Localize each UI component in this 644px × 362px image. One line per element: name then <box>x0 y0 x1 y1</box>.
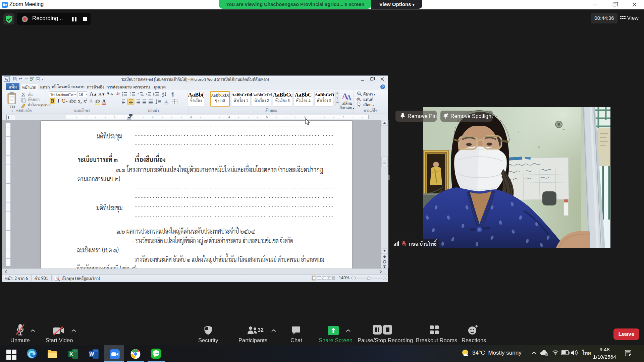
svg-text:3: 3 <box>190 115 192 119</box>
svg-text:1: 1 <box>130 92 131 94</box>
svg-text:ab: ab <box>357 97 360 101</box>
svg-text:?: ? <box>382 85 384 89</box>
svg-text:A: A <box>346 94 352 101</box>
svg-text:W: W <box>5 77 9 81</box>
svg-text:2: 2 <box>152 115 153 119</box>
svg-text:W: W <box>90 351 94 357</box>
svg-text:2: 2 <box>130 95 131 97</box>
svg-text:7: 7 <box>342 115 344 119</box>
svg-text:ABC: ABC <box>30 77 35 79</box>
svg-text:A: A <box>358 93 360 95</box>
svg-text:4: 4 <box>228 115 230 119</box>
svg-text:Z: Z <box>162 94 164 97</box>
svg-text:5: 5 <box>266 115 268 119</box>
svg-text:X: X <box>70 351 73 357</box>
svg-text:1: 1 <box>114 115 115 119</box>
svg-text:¶: ¶ <box>171 92 174 97</box>
svg-text:LINE: LINE <box>153 352 159 355</box>
svg-text:a: a <box>138 92 139 94</box>
